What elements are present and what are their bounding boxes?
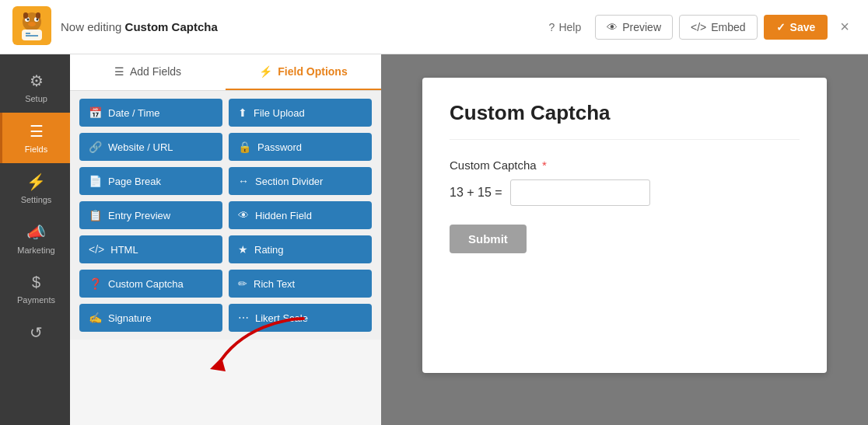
edit-icon: ✏ [238,277,247,290]
signature-icon: ✍ [89,312,102,324]
sidebar-item-settings[interactable]: ⚡ Settings [0,163,70,214]
calendar-icon: 📅 [89,106,102,119]
rating-button[interactable]: ★ Rating [229,235,372,263]
date-time-button[interactable]: 📅 Date / Time [79,99,222,127]
form-card: Custom Captcha Custom Captcha * 13 + 15 … [422,78,827,373]
html-icon: </> [89,243,104,256]
lock-icon: 🔒 [238,141,251,153]
svg-marker-12 [210,357,226,371]
embed-button[interactable]: </> Embed [679,15,758,40]
header-title: Now editing Custom Captcha [61,20,532,33]
megaphone-icon: 📣 [26,223,46,242]
header-actions: ? Help 👁 Preview </> Embed ✓ Save × [541,15,856,40]
preview-button[interactable]: 👁 Preview [595,15,673,40]
section-divider-button[interactable]: ↔ Section Divider [229,167,372,195]
captcha-row: 13 + 15 = [450,179,800,206]
link-icon: 🔗 [89,141,102,153]
password-button[interactable]: 🔒 Password [229,133,372,161]
svg-point-6 [28,22,36,26]
custom-captcha-button[interactable]: ❓ Custom Captcha [79,270,222,298]
sidebar-item-payments[interactable]: $ Payments [0,264,70,314]
captcha-answer-input[interactable] [510,179,650,206]
fields-tabs: ☰ Add Fields ⚡ Field Options [70,54,381,91]
checkmark-icon: ✓ [776,21,786,33]
svg-rect-8 [36,12,40,19]
tab-add-fields[interactable]: ☰ Add Fields [70,54,226,90]
main-content: ⚙ Setup ☰ Fields ⚡ Settings 📣 Marketing … [0,54,868,425]
sidebar-item-setup[interactable]: ⚙ Setup [0,62,70,113]
sidebar-item-revisions[interactable]: ↺ [0,314,70,351]
settings-icon: ⚡ [26,172,46,191]
help-icon: ? [549,21,555,33]
help-button[interactable]: ? Help [541,16,590,38]
eye-icon: 👁 [607,21,618,33]
page-break-button[interactable]: 📄 Page Break [79,167,222,195]
form-preview-title: Custom Captcha [450,101,800,140]
fields-panel-wrapper: ☰ Add Fields ⚡ Field Options 📅 Date / Ti… [70,54,381,425]
form-preview-area: Custom Captcha Custom Captcha * 13 + 15 … [381,54,868,425]
likert-icon: ⋯ [238,312,249,324]
fields-grid: 📅 Date / Time ⬆ File Upload 🔗 Website / … [70,91,381,340]
sidebar-item-fields[interactable]: ☰ Fields [0,113,70,163]
divider-icon: ↔ [238,175,249,187]
dollar-icon: $ [32,273,40,291]
star-icon: ★ [238,243,248,256]
add-fields-tab-icon: ☰ [114,65,124,78]
entry-preview-button[interactable]: 📋 Entry Preview [79,201,222,229]
website-url-button[interactable]: 🔗 Website / URL [79,133,222,161]
tab-field-options[interactable]: ⚡ Field Options [226,54,381,90]
fields-icon: ☰ [30,122,44,141]
app-logo [12,6,51,48]
field-options-tab-icon: ⚡ [259,65,272,78]
preview-icon: 📋 [89,209,102,221]
code-icon: </> [691,21,706,33]
svg-rect-7 [23,12,28,19]
svg-point-4 [27,18,30,20]
captcha-equation: 13 + 15 = [450,186,502,200]
close-button[interactable]: × [834,15,856,39]
upload-icon: ⬆ [238,106,247,119]
sidebar-nav: ⚙ Setup ☰ Fields ⚡ Settings 📣 Marketing … [0,54,70,425]
gear-icon: ⚙ [30,71,44,90]
page-icon: 📄 [89,175,102,187]
fields-panel: ☰ Add Fields ⚡ Field Options 📅 Date / Ti… [70,54,381,340]
signature-button[interactable]: ✍ Signature [79,304,222,332]
question-icon: ❓ [89,277,102,290]
save-button[interactable]: ✓ Save [764,15,828,40]
html-button[interactable]: </> HTML [79,235,222,263]
revisions-icon: ↺ [30,323,43,342]
app-header: Now editing Custom Captcha ? Help 👁 Prev… [0,0,868,54]
file-upload-button[interactable]: ⬆ File Upload [229,99,372,127]
rich-text-button[interactable]: ✏ Rich Text [229,270,372,298]
hidden-field-button[interactable]: 👁 Hidden Field [229,201,372,229]
svg-rect-9 [22,30,42,40]
submit-button[interactable]: Submit [450,225,527,253]
sidebar-item-marketing[interactable]: 📣 Marketing [0,214,70,264]
required-asterisk: * [542,159,547,172]
likert-scale-button[interactable]: ⋯ Likert Scale [229,304,372,332]
eye-hidden-icon: 👁 [238,209,249,221]
captcha-field-label: Custom Captcha * [450,159,800,172]
